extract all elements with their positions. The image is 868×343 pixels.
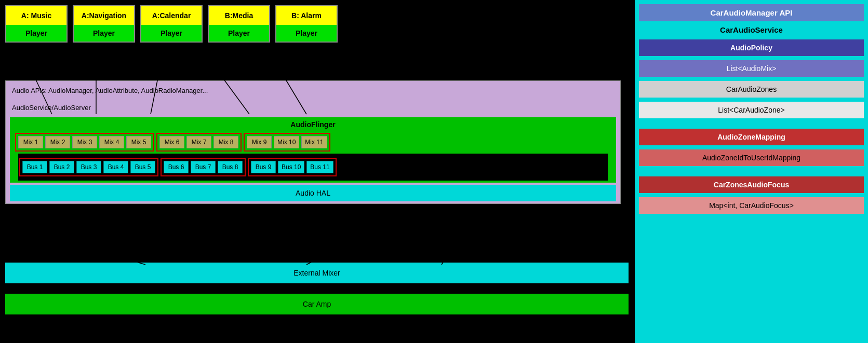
- app-box-alarm-label: B: Alarm: [276, 6, 337, 25]
- app-box-calendar: A:Calendar Player: [140, 5, 203, 43]
- app-box-music-label: A: Music: [6, 6, 66, 25]
- main-stack: Audio APIs: AudioManager, AudioAttribute…: [5, 80, 621, 204]
- right-audio-zone-id-mapping: AudioZoneIdToUserIdMapping: [639, 149, 864, 166]
- bus-box-11: Bus 11: [306, 161, 333, 173]
- audio-apis-label: Audio APIs: AudioManager, AudioAttribute…: [12, 87, 208, 94]
- bus-zone-3: Bus 9 Bus 10 Bus 11: [248, 158, 337, 176]
- mix-box-7: Mix 7: [186, 136, 211, 148]
- right-spacer-1: [639, 121, 864, 126]
- mix-box-9: Mix 9: [247, 136, 272, 148]
- audio-service-bar: AudioService/AudioServer: [6, 100, 620, 115]
- bus-zone-2: Bus 6 Bus 7 Bus 8: [161, 158, 246, 176]
- mix-zone-1: Mix 1 Mix 2 Mix 3 Mix 4 Mix 5: [15, 133, 154, 152]
- app-box-navigation-label: A:Navigation: [74, 6, 134, 25]
- app-box-alarm: B: Alarm Player: [275, 5, 338, 43]
- external-mixer-label: External Mixer: [293, 269, 340, 277]
- bus-box-1: Bus 1: [22, 161, 47, 173]
- bus-box-4: Bus 4: [103, 161, 128, 173]
- bus-box-8: Bus 8: [218, 161, 243, 173]
- bus-zones-section: Bus 1 Bus 2 Bus 3 Bus 4 Bus 5 Bus 6 Bus …: [18, 154, 608, 181]
- right-panel-title: CarAudioManager API: [639, 4, 864, 21]
- right-car-zones-audio-focus: CarZonesAudioFocus: [639, 176, 864, 193]
- right-audio-policy: AudioPolicy: [639, 39, 864, 56]
- car-amp-bar: Car Amp: [5, 294, 629, 314]
- audio-flinger-section: AudioFlinger Mix 1 Mix 2 Mix 3 Mix 4 Mix…: [10, 117, 616, 183]
- audio-flinger-label: AudioFlinger: [14, 119, 612, 131]
- mix-zone-2: Mix 6 Mix 7 Mix 8: [156, 133, 242, 152]
- external-mixer-bar: External Mixer: [5, 263, 629, 283]
- bus-box-7: Bus 7: [191, 161, 216, 173]
- app-box-media-player: Player: [209, 25, 269, 42]
- mix-box-4: Mix 4: [99, 136, 124, 148]
- audio-apis-bar: Audio APIs: AudioManager, AudioAttribute…: [6, 81, 620, 100]
- app-box-navigation-player: Player: [74, 25, 134, 42]
- car-amp-label: Car Amp: [303, 300, 331, 308]
- bus-box-5: Bus 5: [130, 161, 155, 173]
- mix-box-11: Mix 11: [301, 136, 327, 148]
- bus-box-10: Bus 10: [278, 161, 304, 173]
- mix-box-8: Mix 8: [213, 136, 238, 148]
- bus-box-2: Bus 2: [49, 161, 74, 173]
- bus-zones-row: Bus 1 Bus 2 Bus 3 Bus 4 Bus 5 Bus 6 Bus …: [18, 156, 608, 179]
- app-box-media-label: B:Media: [209, 6, 269, 25]
- right-audio-zone-mapping: AudioZoneMapping: [639, 129, 864, 145]
- audio-hal-label: Audio HAL: [296, 189, 330, 197]
- bus-zone-1: Bus 1 Bus 2 Bus 3 Bus 4 Bus 5: [19, 158, 158, 176]
- mix-zone-3: Mix 9 Mix 10 Mix 11: [244, 133, 330, 152]
- right-service-label: CarAudioService: [639, 23, 864, 36]
- app-boxes-row: A: Music Player A:Navigation Player A:Ca…: [5, 5, 338, 43]
- mix-box-5: Mix 5: [126, 136, 151, 148]
- app-box-alarm-player: Player: [276, 25, 337, 42]
- mix-box-10: Mix 10: [274, 136, 299, 148]
- bus-box-6: Bus 6: [164, 161, 189, 173]
- app-box-music: A: Music Player: [5, 5, 68, 43]
- bus-box-9: Bus 9: [251, 161, 276, 173]
- app-box-calendar-label: A:Calendar: [141, 6, 202, 25]
- right-list-audio-mix: List<AudioMix>: [639, 60, 864, 77]
- right-spacer-2: [639, 169, 864, 173]
- mix-box-2: Mix 2: [45, 136, 70, 148]
- mix-box-3: Mix 3: [72, 136, 97, 148]
- bus-box-3: Bus 3: [76, 161, 101, 173]
- audio-service-label: AudioService/AudioServer: [12, 104, 91, 112]
- app-box-media: B:Media Player: [208, 5, 270, 43]
- mix-zones-row: Mix 1 Mix 2 Mix 3 Mix 4 Mix 5 Mix 6 Mix …: [14, 131, 612, 154]
- right-panel: CarAudioManager API CarAudioService Audi…: [634, 0, 868, 343]
- mix-box-1: Mix 1: [18, 136, 43, 148]
- right-map-car-audio-focus: Map<int, CarAudioFocus>: [639, 197, 864, 214]
- app-box-calendar-player: Player: [141, 25, 202, 42]
- right-list-car-audio-zone: List<CarAudioZone>: [639, 102, 864, 118]
- app-box-music-player: Player: [6, 25, 66, 42]
- right-car-audio-zones: CarAudioZones: [639, 81, 864, 98]
- mix-box-6: Mix 6: [159, 136, 184, 148]
- app-box-navigation: A:Navigation Player: [73, 5, 135, 43]
- audio-hal-bar: Audio HAL: [10, 185, 616, 201]
